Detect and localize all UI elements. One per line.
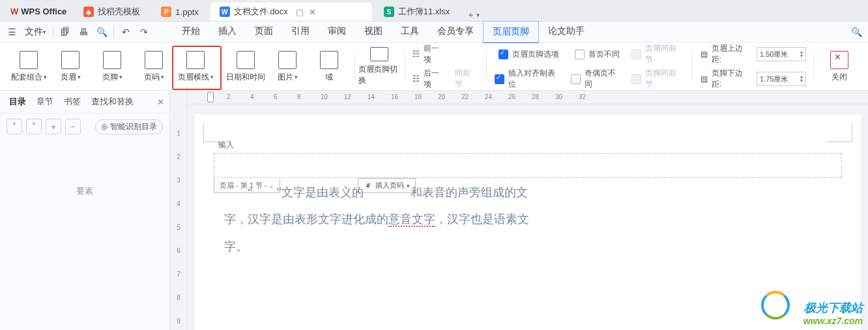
tab-chapters[interactable]: 章节 xyxy=(33,93,57,110)
diamond-icon: ◆ xyxy=(83,7,94,17)
side-tabs: 目录 章节 书签 查找和替换 ✕ xyxy=(0,91,169,113)
ribbon-页眉页脚切换[interactable]: 页眉页脚切换 xyxy=(358,47,400,86)
menu-视图[interactable]: 视图 xyxy=(355,21,392,42)
menu-页面[interactable]: 页面 xyxy=(246,21,282,42)
menu-会员专享[interactable]: 会员专享 xyxy=(428,21,483,42)
rect-icon xyxy=(320,51,338,69)
document-tab-bar: W WPS Office ◆ 找稻壳模板 P 1.pptx W 文档文件.doc… xyxy=(0,0,868,22)
first-page-diff[interactable]: 首页不同 xyxy=(572,46,622,63)
ribbon-页眉[interactable]: 页眉▾ xyxy=(50,47,91,86)
menu-页眉页脚[interactable]: 页眉页脚 xyxy=(483,21,539,44)
expand-down-button[interactable]: ˅ xyxy=(7,119,22,134)
rect-icon xyxy=(20,51,38,69)
insert-align-tab[interactable]: 插入对齐制表位 xyxy=(492,70,566,87)
close-panel-icon[interactable]: ✕ xyxy=(157,97,164,107)
ribbon-页眉横线[interactable]: 页眉横线▾ xyxy=(175,47,216,86)
navigation-panel: 目录 章节 书签 查找和替换 ✕ ˅ ˄ ＋ － ◎智能识别目录 要素 xyxy=(0,91,170,330)
margin-group: ▤页眉上边距: 1.50厘米▴▾ ▤页脚下边距: 1.75厘米▴▾ xyxy=(697,43,810,90)
header-top-margin[interactable]: 1.50厘米▴▾ xyxy=(757,47,806,61)
rect-icon xyxy=(186,51,205,69)
watermark-logo-icon xyxy=(761,291,790,320)
ribbon-页脚[interactable]: 页脚▾ xyxy=(91,47,133,86)
smart-toc-button[interactable]: ◎智能识别目录 xyxy=(95,119,163,134)
watermark: 极光下载站 www.xz7.com xyxy=(803,300,863,326)
file-menu[interactable]: 文件 ▾ xyxy=(21,22,50,42)
menu-审阅[interactable]: 审阅 xyxy=(319,21,355,42)
vertical-ruler: 12345678910 xyxy=(170,91,188,330)
tab-xlsx[interactable]: S 工作簿11.xlsx xyxy=(375,3,459,21)
preview-icon[interactable]: 🔍 xyxy=(93,23,111,41)
add-button[interactable]: ＋ xyxy=(46,119,61,134)
header-footer-options[interactable]: 页眉页脚选项 xyxy=(496,46,562,63)
remove-button[interactable]: － xyxy=(65,119,81,134)
next-item-button[interactable]: ☷后一项 xyxy=(410,70,450,87)
odd-even-diff[interactable]: 奇偶页不同 xyxy=(568,70,626,87)
menu-工具[interactable]: 工具 xyxy=(392,21,428,42)
menu-bar: ☰ 文件 ▾ 🗐 🖶 🔍 ↶ ↷ 开始插入页面引用审阅视图工具会员专享页眉页脚论… xyxy=(0,22,868,43)
rect-icon xyxy=(103,51,121,69)
word-icon: W xyxy=(220,7,230,17)
undo-icon[interactable]: ↶ xyxy=(117,23,135,41)
ribbon-配套组合[interactable]: 配套组合▾ xyxy=(8,47,50,86)
prev-item-button[interactable]: ☷前一项 xyxy=(410,46,450,63)
tab-docx-active[interactable]: W 文档文件.docx ▢ ✕ xyxy=(210,3,372,21)
options-group: 页眉页脚选项 插入对齐制表位 xyxy=(491,43,567,90)
ribbon-域[interactable]: 域 xyxy=(308,47,350,86)
nav-group: ☷前一项 ☷后一项 xyxy=(409,43,451,90)
close-icon: ✕ xyxy=(830,51,848,69)
close-header-footer[interactable]: ✕ 关闭 xyxy=(818,47,860,86)
rect-icon xyxy=(278,51,297,69)
ribbon-图片[interactable]: 图片▾ xyxy=(267,47,308,86)
close-tab-icon[interactable]: ✕ xyxy=(309,7,316,17)
save-icon[interactable]: 🗐 xyxy=(56,23,74,41)
rect-icon xyxy=(145,51,163,69)
tab-templates[interactable]: ◆ 找稻壳模板 xyxy=(74,3,149,21)
document-body: “意音”文字是由表义的形旁符号和表音的声旁组成的文 字，汉字是由表形文字进化成的… xyxy=(224,179,832,260)
app-name: WPS Office xyxy=(21,7,66,16)
search-icon[interactable]: 🔍 xyxy=(847,23,865,41)
add-tab-button[interactable]: ＋ ▾ xyxy=(464,9,482,21)
tab-pptx[interactable]: P 1.pptx xyxy=(152,3,207,21)
tab-toc[interactable]: 目录 xyxy=(5,93,30,110)
menu-hamburger-icon[interactable]: ☰ xyxy=(3,23,21,41)
target-icon: ◎ xyxy=(101,122,108,131)
rect-icon xyxy=(237,51,255,69)
expand-up-button[interactable]: ˄ xyxy=(26,119,42,134)
same-section-button: 同前节 xyxy=(452,70,481,87)
menu-开始[interactable]: 开始 xyxy=(173,21,209,42)
tab-find-replace[interactable]: 查找和替换 xyxy=(87,93,137,110)
wps-logo: W WPS Office xyxy=(4,1,73,21)
sheet-icon: S xyxy=(384,7,394,17)
toc-empty: 要素 xyxy=(0,140,169,330)
ribbon-页码[interactable]: 页码▾ xyxy=(133,47,175,86)
ruler-indent-marker[interactable] xyxy=(207,92,214,102)
menu-插入[interactable]: 插入 xyxy=(209,21,246,42)
print-icon[interactable]: 🖶 xyxy=(74,23,93,41)
footer-bottom-margin[interactable]: 1.75厘米▴▾ xyxy=(757,72,806,86)
footer-same-section: 页脚同前节 xyxy=(629,70,687,87)
header-edit-zone[interactable]: 输入 页眉 - 第 1 节 - ⌄ #️插入页码 ▾ xyxy=(214,153,842,178)
menu-引用[interactable]: 引用 xyxy=(282,21,319,42)
horizontal-ruler[interactable]: 2468101214161820222426283032 xyxy=(188,91,868,104)
tab-bookmarks[interactable]: 书签 xyxy=(60,93,85,110)
header-same-section: 页眉同前节 xyxy=(629,46,687,63)
restore-icon[interactable]: ▢ xyxy=(296,7,304,17)
menu-论文助手[interactable]: 论文助手 xyxy=(539,21,594,42)
wps-icon: W xyxy=(10,7,18,16)
page: 输入 页眉 - 第 1 节 - ⌄ #️插入页码 ▾ “意音”文字是由表义的形旁… xyxy=(194,114,861,330)
ribbon-header-footer: 配套组合▾页眉▾页脚▾页码▾页眉横线▾日期和时间图片▾域页眉页脚切换 ☷前一项 … xyxy=(0,43,868,91)
rect-icon xyxy=(61,51,80,69)
ppt-icon: P xyxy=(161,7,171,17)
redo-icon[interactable]: ↷ xyxy=(135,23,153,41)
ribbon-日期和时间[interactable]: 日期和时间 xyxy=(225,47,267,86)
header-placeholder: 输入 xyxy=(218,140,234,151)
rect-icon xyxy=(370,47,388,61)
workspace: 目录 章节 书签 查找和替换 ✕ ˅ ˄ ＋ － ◎智能识别目录 要素 1234… xyxy=(0,91,868,330)
